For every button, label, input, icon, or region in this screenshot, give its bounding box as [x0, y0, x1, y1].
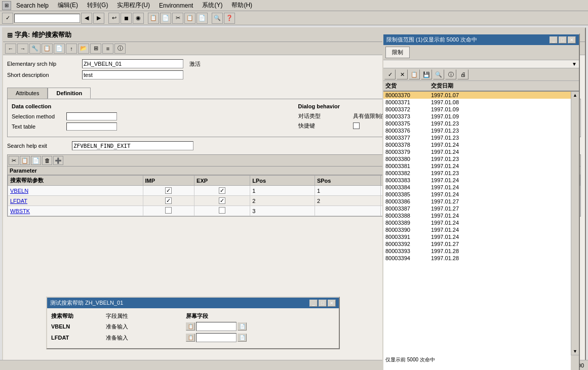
- results-scrollbar[interactable]: ▲ ▼: [571, 92, 579, 355]
- list-item[interactable]: 80003371 1997.01.08: [383, 99, 571, 106]
- tab-definition[interactable]: Definition: [48, 88, 91, 99]
- tools-btn[interactable]: 🔧: [29, 44, 41, 54]
- menu-environment[interactable]: Environment: [155, 1, 197, 10]
- nav-back-btn[interactable]: ◀: [81, 13, 92, 24]
- list-item[interactable]: 80003389 1997.01.24: [383, 219, 571, 226]
- help-btn[interactable]: ❓: [224, 13, 235, 24]
- list-item[interactable]: 80003380 1997.01.23: [383, 155, 571, 162]
- param-add-btn[interactable]: ➕: [53, 156, 63, 165]
- text-table-input[interactable]: [66, 122, 117, 131]
- menu-system[interactable]: 系统(Y): [198, 0, 226, 11]
- param-cut-btn[interactable]: ✂: [9, 156, 19, 165]
- param-copy-btn[interactable]: 📋: [20, 156, 30, 165]
- test-row-icon2[interactable]: 📄: [238, 322, 247, 331]
- param-paste-btn[interactable]: 📄: [31, 156, 41, 165]
- delivery-date: 1997.01.07: [431, 92, 477, 98]
- delivery-date: 1997.01.24: [431, 163, 477, 169]
- menu-utilities[interactable]: 实用程序(U): [113, 0, 154, 11]
- list-item[interactable]: 80003377 1997.01.23: [383, 134, 571, 141]
- info-btn[interactable]: ⓘ: [114, 44, 126, 54]
- list-item[interactable]: 80003387 1997.01.27: [383, 205, 571, 212]
- results-cancel-btn[interactable]: ✕: [397, 69, 408, 79]
- copy-btn2[interactable]: 📋: [42, 44, 53, 54]
- list-item[interactable]: 80003370 1997.01.07: [383, 92, 571, 99]
- results-save-btn[interactable]: 💾: [421, 69, 432, 79]
- refresh-btn[interactable]: ↩: [108, 13, 120, 24]
- param-delete-btn[interactable]: 🗑: [42, 156, 52, 165]
- results-close-btn[interactable]: ✕: [568, 36, 576, 44]
- list-item[interactable]: 80003378 1997.01.24: [383, 141, 571, 148]
- menu-edit[interactable]: 编辑(E): [54, 0, 82, 11]
- list-item[interactable]: 80003388 1997.01.24: [383, 212, 571, 219]
- check-btn[interactable]: ✓: [2, 13, 13, 24]
- results-info-btn[interactable]: ⓘ: [445, 69, 456, 79]
- test-dialog-max-btn[interactable]: □: [319, 300, 327, 307]
- list-item[interactable]: 80003391 1997.01.24: [383, 233, 571, 240]
- selection-method-input[interactable]: [66, 112, 117, 120]
- list-item[interactable]: 80003375 1997.01.23: [383, 120, 571, 127]
- results-print-btn[interactable]: 📋: [409, 69, 420, 79]
- menu-help[interactable]: 帮助(H): [227, 0, 256, 11]
- test-dialog-close-btn[interactable]: ✕: [328, 300, 336, 307]
- list-item[interactable]: 80003373 1997.01.09: [383, 113, 571, 120]
- test-row-input[interactable]: [196, 333, 237, 342]
- doc-btn[interactable]: 📄: [54, 44, 65, 54]
- test-row-icon2[interactable]: 📄: [238, 334, 247, 342]
- list-item[interactable]: 80003390 1997.01.24: [383, 226, 571, 233]
- results-find-btn[interactable]: 🔍: [433, 69, 444, 79]
- save-btn[interactable]: 📋: [148, 13, 159, 24]
- cut-btn[interactable]: ✂: [172, 13, 183, 24]
- results-print2-btn[interactable]: 🖨: [457, 69, 468, 79]
- paste-btn[interactable]: 📄: [197, 13, 208, 24]
- results-max-btn[interactable]: □: [559, 36, 567, 44]
- results-ok-btn[interactable]: ✓: [384, 69, 396, 79]
- folder-btn[interactable]: 📂: [78, 44, 89, 54]
- list-item[interactable]: 80003394 1997.01.28: [383, 255, 571, 262]
- param-exp: ✓: [194, 186, 250, 196]
- back-btn[interactable]: ←: [5, 44, 16, 54]
- main-window-title: 字典: 维护搜索帮助: [15, 30, 71, 39]
- tab-attributes[interactable]: Attributes: [7, 88, 48, 99]
- menu-search-help[interactable]: Search help: [12, 1, 53, 10]
- list-item[interactable]: 80003393 1997.01.28: [383, 248, 571, 255]
- col-imp: IMP: [143, 176, 194, 186]
- list-item[interactable]: 80003379 1997.01.24: [383, 148, 571, 155]
- list-item[interactable]: 80003381 1997.01.24: [383, 162, 571, 170]
- list-item[interactable]: 80003385 1997.01.24: [383, 191, 571, 198]
- list-item[interactable]: 80003383 1997.01.24: [383, 177, 571, 184]
- grid-btn[interactable]: ⊞: [90, 44, 101, 54]
- short-desc-input[interactable]: [82, 70, 183, 79]
- test-row-input[interactable]: [196, 322, 237, 331]
- results-min-btn[interactable]: _: [550, 36, 558, 44]
- exit-label: Search help exit: [7, 143, 68, 149]
- elementary-input[interactable]: [82, 59, 183, 68]
- delivery-date: 1997.01.23: [431, 156, 477, 162]
- exit-input[interactable]: [72, 141, 193, 150]
- list-item[interactable]: 80003376 1997.01.23: [383, 127, 571, 134]
- shortcut-checkbox[interactable]: [353, 122, 360, 129]
- stop-btn[interactable]: ⏹: [121, 13, 132, 24]
- toolbar-btn-1[interactable]: ◉: [133, 13, 144, 24]
- copy-btn[interactable]: 📋: [184, 13, 195, 24]
- list-item[interactable]: 80003372 1997.01.09: [383, 106, 571, 113]
- up-btn[interactable]: ↑: [66, 44, 77, 54]
- print-btn[interactable]: 📄: [160, 13, 171, 24]
- scroll-up-btn[interactable]: ▲: [573, 93, 577, 98]
- test-dialog-row: LFDAT 准备输入 📋 📄: [51, 333, 335, 342]
- find-btn[interactable]: 🔍: [212, 13, 223, 24]
- list-btn[interactable]: ≡: [102, 44, 113, 54]
- list-item[interactable]: 80003392 1997.01.27: [383, 240, 571, 248]
- list-item[interactable]: 80003386 1997.01.27: [383, 198, 571, 205]
- test-row-icon1[interactable]: 📋: [186, 322, 195, 331]
- forward-btn[interactable]: →: [17, 44, 28, 54]
- scroll-down-btn[interactable]: ▼: [573, 349, 577, 354]
- test-row-icon1[interactable]: 📋: [186, 334, 195, 342]
- test-dialog-min-btn[interactable]: _: [309, 300, 318, 307]
- list-item[interactable]: 80003384 1997.01.24: [383, 184, 571, 191]
- nav-fwd-btn[interactable]: ▶: [93, 13, 104, 24]
- results-tab-limit[interactable]: 限制: [385, 47, 410, 58]
- results-body: 80003370 1997.01.07 80003371 1997.01.08 …: [383, 92, 571, 370]
- menu-goto[interactable]: 转到(G): [83, 0, 112, 11]
- command-input[interactable]: [14, 14, 80, 23]
- list-item[interactable]: 80003382 1997.01.23: [383, 170, 571, 177]
